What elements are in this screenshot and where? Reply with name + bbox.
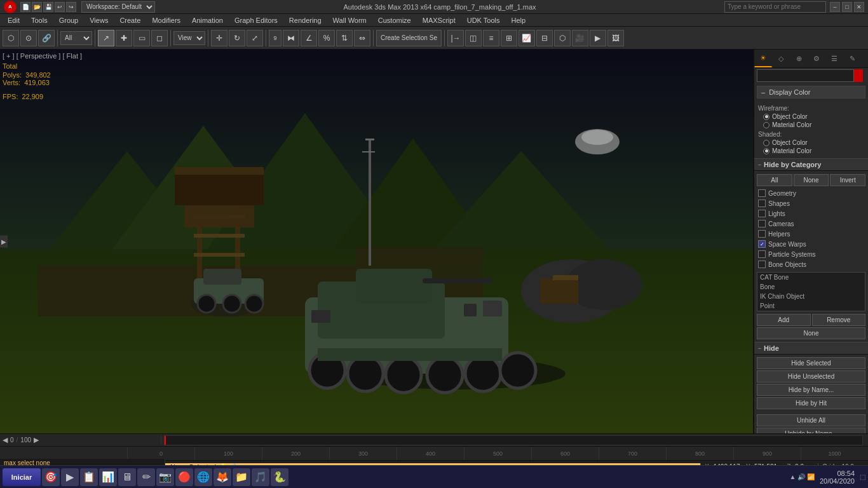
taskbar-icon-7[interactable]: 🔴 bbox=[175, 468, 193, 486]
helpers-checkbox[interactable] bbox=[758, 230, 766, 238]
render-btn[interactable]: ▶ bbox=[590, 30, 606, 46]
point-item[interactable]: Point bbox=[757, 301, 865, 311]
bone-objects-checkbox[interactable] bbox=[758, 261, 766, 268]
menu-graph-editors[interactable]: Graph Editors bbox=[229, 15, 283, 25]
taskbar-icon-12[interactable]: 🐍 bbox=[271, 468, 288, 486]
hide-by-category-header[interactable]: – Hide by Category bbox=[754, 158, 868, 171]
tab-modify[interactable]: ◇ bbox=[772, 50, 790, 67]
cameras-checkbox[interactable] bbox=[758, 220, 766, 227]
filter-select[interactable]: All bbox=[60, 31, 92, 45]
minimize-btn[interactable]: – bbox=[830, 2, 840, 12]
redo-btn[interactable]: ↪ bbox=[66, 2, 76, 12]
create-selection-btn[interactable]: Create Selection Se bbox=[376, 30, 442, 46]
select-region-btn[interactable]: ⊙ bbox=[20, 30, 37, 46]
panel-search-color-btn[interactable] bbox=[854, 69, 863, 82]
menu-modifiers[interactable]: Modifiers bbox=[147, 15, 186, 25]
category-remove-btn[interactable]: Remove bbox=[812, 314, 866, 326]
title-search-input[interactable] bbox=[724, 1, 826, 13]
taskbar-icon-4[interactable]: 🖥 bbox=[118, 468, 136, 486]
schematic-btn[interactable]: ⊟ bbox=[536, 30, 553, 46]
close-btn[interactable]: ✕ bbox=[854, 2, 864, 12]
restore-btn[interactable]: □ bbox=[842, 2, 852, 12]
prev-viewport-btn[interactable]: ▶ bbox=[0, 236, 8, 248]
menu-customize[interactable]: Customize bbox=[373, 15, 416, 25]
panel-search-input[interactable] bbox=[757, 69, 854, 82]
rotate-btn[interactable]: ↻ bbox=[229, 30, 245, 46]
taskbar-icon-8[interactable]: 🌐 bbox=[194, 468, 212, 486]
hide-header[interactable]: – Hide bbox=[754, 342, 868, 355]
material-editor-btn[interactable]: ⬡ bbox=[554, 30, 571, 46]
timeline-track[interactable] bbox=[164, 435, 863, 445]
show-desktop-btn[interactable]: ⬚ bbox=[860, 473, 865, 480]
move-btn[interactable]: ✛ bbox=[211, 30, 227, 46]
menu-views[interactable]: Views bbox=[85, 15, 113, 25]
cat-bone-item[interactable]: CAT Bone bbox=[757, 273, 865, 282]
all-btn[interactable]: All bbox=[757, 174, 792, 186]
fence-select-btn[interactable]: ◻ bbox=[151, 30, 168, 46]
viewport[interactable]: [ + ] [ Perspective ] [ Flat ] Total Pol… bbox=[0, 50, 753, 433]
none-btn[interactable]: None bbox=[794, 174, 829, 186]
lights-checkbox[interactable] bbox=[758, 210, 766, 217]
menu-help[interactable]: Help bbox=[506, 15, 531, 25]
link-btn[interactable]: 🔗 bbox=[38, 30, 55, 46]
unhide-all-btn[interactable]: Unhide All bbox=[757, 414, 865, 426]
ref-coord-btn[interactable]: 9 bbox=[269, 30, 281, 46]
menu-wall-worm[interactable]: Wall Worm bbox=[328, 15, 372, 25]
menu-group[interactable]: Group bbox=[54, 15, 84, 25]
tab-create[interactable]: ☀ bbox=[754, 50, 772, 67]
render-frame-btn[interactable]: 🖼 bbox=[607, 30, 624, 46]
ik-chain-item[interactable]: IK Chain Object bbox=[757, 292, 865, 301]
bone-item[interactable]: Bone bbox=[757, 282, 865, 292]
wireframe-material-color-radio[interactable] bbox=[763, 122, 770, 128]
angle-snap-btn[interactable]: ∠ bbox=[301, 30, 317, 46]
category-none-btn[interactable]: None bbox=[757, 327, 865, 339]
menu-rendering[interactable]: Rendering bbox=[284, 15, 327, 25]
undo-btn[interactable]: ↩ bbox=[55, 2, 65, 12]
view-select[interactable]: View bbox=[173, 31, 205, 45]
workspace-select[interactable]: Workspace: Default bbox=[81, 1, 155, 13]
taskbar-icon-0[interactable]: 🎯 bbox=[42, 468, 60, 486]
spinner-snap-btn[interactable]: ⇅ bbox=[336, 30, 353, 46]
taskbar-icon-11[interactable]: 🎵 bbox=[252, 468, 269, 486]
mirror-tool-btn[interactable]: ◫ bbox=[465, 30, 482, 46]
geometry-checkbox[interactable] bbox=[758, 189, 766, 197]
snap-btn[interactable]: ⧓ bbox=[283, 30, 299, 46]
menu-maxscript[interactable]: MAXScript bbox=[417, 15, 461, 25]
tab-hierarchy[interactable]: ⊕ bbox=[790, 50, 808, 67]
open-btn[interactable]: 📂 bbox=[32, 2, 42, 12]
taskbar-icon-5[interactable]: ✏ bbox=[137, 468, 155, 486]
rect-select-btn[interactable]: ▭ bbox=[133, 30, 150, 46]
hide-unselected-btn[interactable]: Hide Unselected bbox=[757, 370, 865, 383]
wireframe-object-color-radio[interactable] bbox=[763, 114, 770, 120]
select-object-btn[interactable]: ⬡ bbox=[3, 30, 19, 46]
timeline-next[interactable]: ▶ bbox=[34, 436, 39, 444]
tab-motion[interactable]: ⚙ bbox=[808, 50, 825, 67]
mirror-btn[interactable]: ⇔ bbox=[354, 30, 370, 46]
hide-by-hit-btn[interactable]: Hide by Hit bbox=[757, 397, 865, 409]
layer-btn[interactable]: ⊞ bbox=[501, 30, 517, 46]
tab-display[interactable]: ☰ bbox=[825, 50, 843, 67]
particle-systems-checkbox[interactable] bbox=[758, 250, 766, 258]
render-setup-btn[interactable]: 🎥 bbox=[572, 30, 588, 46]
menu-tools[interactable]: Tools bbox=[26, 15, 53, 25]
align-btn[interactable]: ≡ bbox=[483, 30, 499, 46]
percent-snap-btn[interactable]: % bbox=[318, 30, 335, 46]
menu-edit[interactable]: Edit bbox=[3, 15, 25, 25]
hide-by-name-btn[interactable]: Hide by Name... bbox=[757, 384, 865, 396]
shaded-object-color-radio[interactable] bbox=[763, 140, 770, 146]
taskbar-icon-2[interactable]: 📋 bbox=[80, 468, 98, 486]
taskbar-icon-9[interactable]: 🦊 bbox=[214, 468, 231, 486]
timeline-prev[interactable]: ◀ bbox=[3, 436, 8, 444]
shapes-checkbox[interactable] bbox=[758, 200, 766, 207]
save-btn[interactable]: 💾 bbox=[43, 2, 53, 12]
taskbar-icon-6[interactable]: 📷 bbox=[156, 468, 174, 486]
invert-btn[interactable]: Invert bbox=[830, 174, 865, 186]
unhide-by-name-btn[interactable]: Unhide by Name... bbox=[757, 428, 865, 433]
new-btn[interactable]: 📄 bbox=[20, 2, 31, 12]
named-sel-btn[interactable]: |→ bbox=[447, 30, 464, 46]
taskbar-icon-10[interactable]: 📁 bbox=[233, 468, 250, 486]
menu-udk-tools[interactable]: UDK Tools bbox=[462, 15, 505, 25]
taskbar-icon-3[interactable]: 📊 bbox=[99, 468, 117, 486]
select-move-btn[interactable]: ✚ bbox=[116, 30, 132, 46]
start-button[interactable]: Iniciar bbox=[3, 468, 41, 486]
